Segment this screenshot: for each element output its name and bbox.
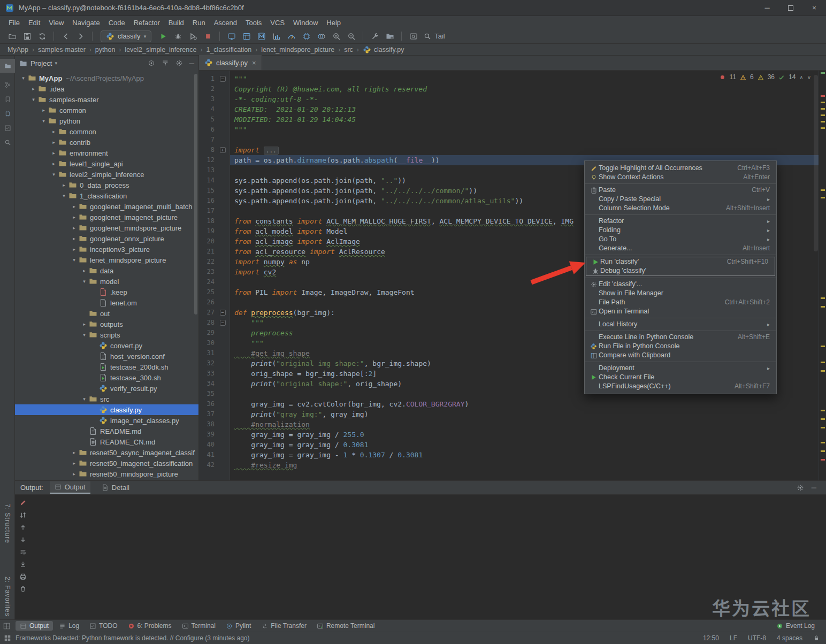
- search-window-icon[interactable]: [407, 30, 420, 42]
- tree-item-idea[interactable]: ▸.idea: [15, 83, 198, 94]
- context-menu-item-file-path[interactable]: File PathCtrl+Alt+Shift+2: [585, 298, 776, 307]
- context-menu-item-debug-classify[interactable]: Debug 'classify': [586, 266, 775, 275]
- project-panel-title[interactable]: Project: [30, 59, 52, 67]
- back-icon[interactable]: [59, 30, 72, 42]
- hide-panel-icon[interactable]: ─: [812, 484, 816, 492]
- context-menu-item-refactor[interactable]: Refactor▸: [585, 217, 776, 226]
- close-tab-icon[interactable]: ×: [252, 59, 256, 67]
- context-menu-item-show-context-actions[interactable]: Show Context ActionsAlt+Enter: [585, 173, 776, 182]
- status-utf-8[interactable]: UTF-8: [748, 634, 766, 642]
- sync-icon[interactable]: [35, 30, 49, 42]
- tree-item-resnet50-mindspore-picture[interactable]: ▸resnet50_mindspore_picture: [15, 469, 198, 479]
- context-menu-item-compare-with-clipboard[interactable]: Compare with Clipboard: [585, 351, 776, 360]
- chevron-down-icon[interactable]: ▾: [60, 193, 68, 198]
- fold-collapse-icon[interactable]: −: [220, 76, 226, 82]
- chevron-right-icon[interactable]: ▸: [70, 214, 78, 220]
- tool-tab-pylint[interactable]: Pylint: [221, 621, 255, 631]
- menubar-item-window[interactable]: Window: [289, 17, 322, 28]
- scroll-down-icon[interactable]: [19, 536, 27, 543]
- tree-item-environment[interactable]: ▸environment: [15, 148, 198, 158]
- tree-item-common[interactable]: ▸common: [15, 105, 198, 116]
- breadcrumb-item-1-classification[interactable]: 1_classification: [206, 46, 251, 53]
- tree-item-testcase-200dk-sh[interactable]: testcase_200dk.sh: [15, 362, 198, 372]
- status-lf[interactable]: LF: [730, 634, 737, 642]
- tree-item-0-data-process[interactable]: ▸0_data_process: [15, 180, 198, 190]
- status-grid-icon[interactable]: [4, 635, 11, 641]
- tree-item-python[interactable]: ▾python: [15, 116, 198, 126]
- menubar-item-help[interactable]: Help: [322, 17, 345, 28]
- output-tab-detail[interactable]: Detail: [97, 481, 134, 494]
- npu-chip-icon[interactable]: [300, 30, 313, 42]
- tree-item-lenet-om[interactable]: lenet.om: [15, 297, 198, 308]
- status-message[interactable]: Frameworks Detected: Python framework is…: [16, 634, 250, 642]
- open-folder-icon[interactable]: [5, 30, 19, 42]
- fold-marker-icon[interactable]: −: [216, 308, 229, 318]
- chevron-down-icon[interactable]: ▾: [29, 97, 37, 102]
- tree-item-outputs[interactable]: ▸outputs: [15, 319, 198, 329]
- chevron-right-icon[interactable]: ▸: [50, 150, 58, 156]
- tree-item-model[interactable]: ▾model: [15, 276, 198, 287]
- breadcrumb-item-myapp[interactable]: MyApp: [7, 46, 28, 53]
- chevron-down-icon[interactable]: ▾: [55, 60, 57, 66]
- context-menu-item-paste[interactable]: PasteCtrl+V: [585, 186, 776, 195]
- breadcrumb-item-samples-master[interactable]: samples-master: [38, 46, 86, 53]
- context-menu-item-copy-paste-special[interactable]: Copy / Paste Special▸: [585, 195, 776, 204]
- swap-icon[interactable]: [19, 511, 27, 519]
- context-menu-item-deployment[interactable]: Deployment▸: [585, 364, 776, 373]
- tree-item-verify-result-py[interactable]: verify_result.py: [15, 383, 198, 394]
- compare-icon[interactable]: [315, 30, 328, 42]
- fold-collapse-icon[interactable]: −: [220, 310, 226, 316]
- layout-monitor-icon[interactable]: [240, 30, 253, 42]
- tree-item-keep[interactable]: .keep: [15, 287, 198, 297]
- context-menu-item-run-file-in-python-console[interactable]: Run File in Python Console: [585, 342, 776, 351]
- menubar-item-code[interactable]: Code: [104, 17, 129, 28]
- chevron-down-icon[interactable]: ▾: [19, 75, 27, 81]
- vcs-stripe-icon[interactable]: [0, 78, 15, 91]
- tree-item-samples-master[interactable]: ▾samples-master: [15, 94, 198, 105]
- tree-item-inceptionv3-picture[interactable]: ▸inceptionv3_picture: [15, 244, 198, 255]
- editor-monitor-icon[interactable]: [225, 30, 238, 42]
- status-4-spaces[interactable]: 4 spaces: [777, 634, 802, 642]
- tree-item-convert-py[interactable]: convert.py: [15, 340, 198, 351]
- breadcrumb-item-python[interactable]: python: [95, 46, 116, 53]
- menubar-item-navigate[interactable]: Navigate: [68, 17, 104, 28]
- menubar-item-run[interactable]: Run: [188, 17, 210, 28]
- fold-marker-icon[interactable]: +: [216, 145, 229, 155]
- deployment-settings-icon[interactable]: [383, 30, 396, 42]
- settings-gear-icon[interactable]: [175, 59, 183, 67]
- close-button[interactable]: ×: [802, 0, 826, 16]
- fold-collapse-icon[interactable]: −: [220, 320, 226, 326]
- project-stripe-icon[interactable]: [0, 59, 15, 73]
- locate-icon[interactable]: [148, 59, 155, 67]
- save-all-icon[interactable]: [20, 30, 34, 42]
- tree-item-classify-py[interactable]: classify.py: [15, 404, 198, 415]
- chevron-down-icon[interactable]: ▾: [80, 279, 88, 284]
- fold-marker-icon[interactable]: −: [216, 74, 229, 84]
- tree-item-scripts[interactable]: ▾scripts: [15, 329, 198, 340]
- forward-icon[interactable]: [74, 30, 87, 42]
- metrics-chart-icon[interactable]: [270, 30, 283, 42]
- tool-tab-remote-terminal[interactable]: Remote Terminal: [312, 621, 379, 631]
- tree-item-googlenet-onnx-picture[interactable]: ▸googlenet_onnx_picture: [15, 233, 198, 244]
- toolbar-search[interactable]: Tail: [424, 32, 445, 40]
- menubar-item-vcs[interactable]: VCS: [266, 17, 289, 28]
- chevron-right-icon[interactable]: ▸: [29, 86, 37, 91]
- context-menu-item-generate[interactable]: Generate...Alt+Insert: [585, 244, 776, 253]
- fold-marker-icon[interactable]: −: [216, 318, 229, 328]
- scroll-up-icon[interactable]: [19, 524, 27, 531]
- context-menu-item-toggle-highlight-of-all-occurrences[interactable]: Toggle Highlight of All OccurrencesCtrl+…: [585, 164, 776, 173]
- tree-item-contrib[interactable]: ▸contrib: [15, 137, 198, 148]
- tree-item-data[interactable]: ▸data: [15, 265, 198, 276]
- tree-item-host-version-conf[interactable]: host_version.conf: [15, 351, 198, 362]
- tree-item-readme-cn-md[interactable]: README_CN.md: [15, 436, 198, 447]
- tree-item-image-net-classes-py[interactable]: image_net_classes.py: [15, 415, 198, 426]
- soft-wrap-icon[interactable]: [19, 548, 27, 556]
- menubar-item-file[interactable]: File: [4, 17, 24, 28]
- run-config-selector[interactable]: classify▾: [101, 30, 151, 42]
- context-menu-item-execute-line-in-python-console[interactable]: Execute Line in Python ConsoleAlt+Shift+…: [585, 333, 776, 342]
- chevron-right-icon[interactable]: ▸: [70, 204, 78, 209]
- tool-tab-event-log[interactable]: Event Log: [772, 621, 819, 631]
- context-menu-item-lspfindusages-c-c[interactable]: LSPFindUsages(C/C++)Alt+Shift+F7: [585, 382, 776, 391]
- context-menu-item-show-in-file-manager[interactable]: Show in File Manager: [585, 289, 776, 298]
- tool-tab-6-problems[interactable]: 6: Problems: [124, 621, 176, 631]
